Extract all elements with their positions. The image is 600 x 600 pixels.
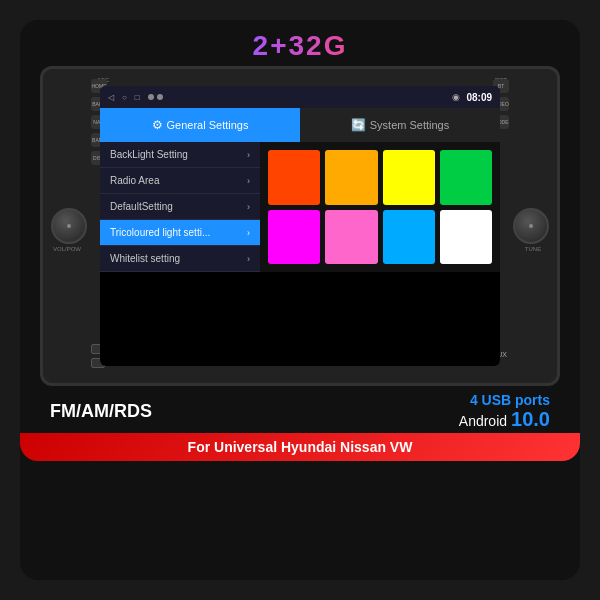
menu-item-default[interactable]: DefaultSetting ›	[100, 194, 260, 220]
color-cell-3[interactable]	[383, 150, 435, 205]
android-version: 10.0	[511, 408, 550, 431]
menu-item-radio[interactable]: Radio Area ›	[100, 168, 260, 194]
usb-label: 4 USB ports	[459, 392, 550, 408]
menu-radio-label: Radio Area	[110, 175, 159, 186]
menu-tricolour-label: Tricoloured light setti...	[110, 227, 210, 238]
bottom-banner: For Universal Hyundai Nissan VW	[20, 433, 580, 461]
screen: ◁ ○ □ ◉ 08:09 ⚙ General Settings	[100, 86, 500, 366]
menu-backlight-label: BackLight Setting	[110, 149, 188, 160]
status-dots	[148, 94, 163, 100]
knob-right-label: TUNE	[513, 246, 553, 252]
status-bar: ◁ ○ □ ◉ 08:09	[100, 86, 500, 108]
color-cell-2[interactable]	[325, 150, 377, 205]
chevron-whitelist: ›	[247, 254, 250, 264]
color-cell-6[interactable]	[325, 210, 377, 265]
system-settings-icon: 🔄	[351, 118, 366, 132]
tab-general[interactable]: ⚙ General Settings	[100, 108, 300, 142]
fm-label: FM/AM/RDS	[50, 401, 152, 422]
chevron-default: ›	[247, 202, 250, 212]
color-grid	[260, 142, 500, 272]
bottom-right: 4 USB ports Android 10.0	[459, 392, 550, 431]
tabs-row: ⚙ General Settings 🔄 System Settings	[100, 108, 500, 142]
menu-whitelist-label: Whitelist setting	[110, 253, 180, 264]
home-icon[interactable]: ○	[122, 93, 127, 102]
knob-dot-right	[529, 224, 533, 228]
right-knob[interactable]	[513, 208, 549, 244]
status-left: ◁ ○ □	[108, 93, 163, 102]
menu-item-whitelist[interactable]: Whitelist setting ›	[100, 246, 260, 272]
menu-default-label: DefaultSetting	[110, 201, 173, 212]
tab-general-label: General Settings	[167, 119, 249, 131]
content-area: BackLight Setting › Radio Area › Default…	[100, 142, 500, 272]
bottom-left: FM/AM/RDS	[50, 401, 152, 422]
tab-system-label: System Settings	[370, 119, 449, 131]
knob-left-label: VOL/POW	[47, 246, 87, 252]
device-body: MIC RST VOL/POW TUNE HOME BACK NAVI BAND…	[40, 66, 560, 386]
apps-icon[interactable]: □	[135, 93, 140, 102]
general-settings-icon: ⚙	[152, 118, 163, 132]
menu-item-tricolour[interactable]: Tricoloured light setti... ›	[100, 220, 260, 246]
menu-list: BackLight Setting › Radio Area › Default…	[100, 142, 260, 272]
color-cell-7[interactable]	[383, 210, 435, 265]
dot2	[157, 94, 163, 100]
color-cell-5[interactable]	[268, 210, 320, 265]
chevron-radio: ›	[247, 176, 250, 186]
left-knob[interactable]	[51, 208, 87, 244]
chevron-backlight: ›	[247, 150, 250, 160]
back-icon[interactable]: ◁	[108, 93, 114, 102]
color-cell-8[interactable]	[440, 210, 492, 265]
android-prefix: Android	[459, 413, 507, 429]
bottom-section: FM/AM/RDS 4 USB ports Android 10.0	[40, 386, 560, 433]
gps-icon: ◉	[452, 92, 460, 102]
color-cell-1[interactable]	[268, 150, 320, 205]
dot1	[148, 94, 154, 100]
outer-container: 2+32G MIC RST VOL/POW TUNE HOME BACK NAV…	[20, 20, 580, 580]
status-time: 08:09	[466, 92, 492, 103]
menu-item-backlight[interactable]: BackLight Setting ›	[100, 142, 260, 168]
tab-system[interactable]: 🔄 System Settings	[300, 108, 500, 142]
chevron-tricolour: ›	[247, 228, 250, 238]
banner-text: For Universal Hyundai Nissan VW	[188, 439, 413, 455]
storage-label: 2+32G	[253, 30, 348, 62]
color-cell-4[interactable]	[440, 150, 492, 205]
knob-dot	[67, 224, 71, 228]
status-right: ◉ 08:09	[452, 92, 492, 103]
